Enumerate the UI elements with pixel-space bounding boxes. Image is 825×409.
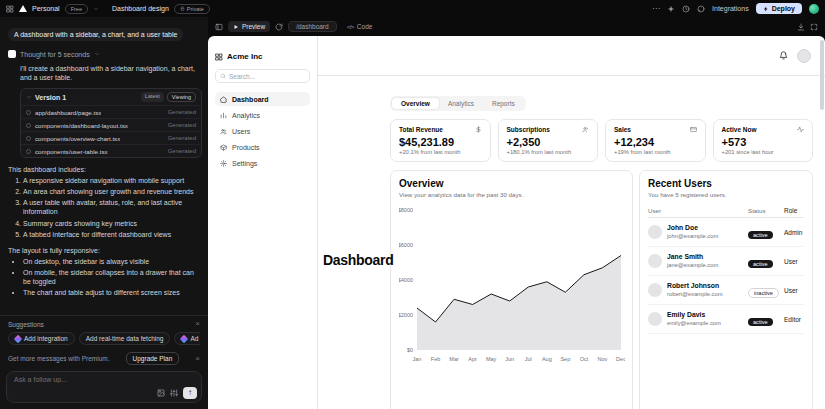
app-avatar[interactable] [797, 49, 811, 63]
file-name: components/overview-chart.tsx [35, 135, 120, 142]
svg-text:$4000: $4000 [399, 277, 413, 283]
sparkles-icon[interactable] [667, 5, 675, 13]
dollar-icon [475, 126, 482, 133]
github-icon[interactable] [697, 5, 705, 13]
tab-analytics[interactable]: Analytics [439, 98, 483, 109]
user-role: User [784, 287, 804, 294]
tab-preview[interactable]: Preview [228, 21, 270, 32]
sidebar-item-users[interactable]: Users [215, 124, 310, 138]
user-avatar[interactable] [809, 4, 819, 14]
assistant-intro: I'll create a dashboard with a sidebar n… [20, 64, 200, 82]
chevron-down-icon[interactable] [26, 94, 32, 100]
svg-text:Dec: Dec [616, 356, 625, 362]
history-icon[interactable] [682, 5, 690, 13]
activity-icon [797, 126, 804, 133]
user-role: User [784, 258, 804, 265]
svg-text:Jul: Jul [525, 356, 532, 362]
code-icon: </> [347, 24, 354, 30]
brand-name: Acme Inc [227, 52, 263, 61]
sidebar-item-settings[interactable]: Settings [215, 156, 310, 170]
workspace-name[interactable]: Personal [32, 5, 60, 12]
code-tab-label: Code [357, 23, 373, 30]
user-message: A dashboard with a sidebar, a chart, and… [8, 28, 183, 41]
svg-text:May: May [486, 356, 497, 362]
metric-value: +12,234 [614, 136, 697, 148]
send-button[interactable]: ↑ [183, 387, 197, 399]
app-sidebar: Acme Inc Dashboard Analytics [208, 36, 318, 409]
app-header [318, 36, 825, 76]
scrollbar-thumb[interactable] [820, 40, 824, 110]
thought-row[interactable]: Thought for 5 seconds [8, 50, 200, 58]
file-row[interactable]: components/overview-chart.tsx Generated [21, 131, 201, 144]
table-row: Emily Davis emily@example.com active Edi… [648, 305, 804, 334]
credit-card-icon [690, 126, 697, 133]
image-icon[interactable] [157, 389, 165, 397]
responsive-list: On desktop, the sidebar is always visibl… [8, 257, 200, 297]
search-input[interactable] [229, 73, 299, 80]
tab-code[interactable]: </> Code [342, 21, 378, 32]
suggestion-button[interactable]: Ad [174, 332, 200, 345]
svg-text:Aug: Aug [542, 356, 552, 362]
upgrade-plan-button[interactable]: Upgrade Plan [126, 352, 180, 365]
avatar [648, 225, 662, 239]
suggestion-label: Ad [190, 335, 198, 342]
sliders-icon[interactable] [170, 389, 178, 397]
sidebar-item-dashboard[interactable]: Dashboard [215, 92, 310, 106]
tab-overview[interactable]: Overview [392, 98, 439, 109]
list-item: An area chart showing user growth and re… [23, 187, 200, 196]
metric-delta: +201 since last hour [722, 149, 805, 155]
close-icon[interactable]: × [195, 320, 200, 328]
sidebar-item-products[interactable]: Products [215, 140, 310, 154]
column-header: Role [784, 207, 804, 214]
list-item: On desktop, the sidebar is always visibl… [23, 257, 200, 266]
suggestion-label: Add real-time data fetching [86, 335, 164, 342]
download-icon[interactable] [797, 23, 805, 31]
file-row[interactable]: components/dashboard-layout.tsx Generate… [21, 118, 201, 131]
suggestions-section: Suggestions × Add integration Add real-t… [0, 315, 208, 348]
more-options-icon[interactable]: ⋯ [652, 4, 660, 13]
url-bar[interactable]: /dashboard [288, 21, 337, 32]
version-header[interactable]: Version 1 Latest Viewing [21, 89, 201, 105]
fullscreen-icon[interactable] [810, 23, 818, 31]
suggestion-button[interactable]: Add real-time data fetching [79, 332, 171, 345]
user-name: Robert Johnson [667, 282, 723, 290]
file-row[interactable]: app/dashboard/page.tsx Generated [21, 105, 201, 118]
metric-delta: +20.1% from last month [399, 149, 482, 155]
grid-logo-icon[interactable] [6, 5, 14, 13]
preview-toolbar: Preview /dashboard </> Code [208, 17, 825, 36]
panel-toggle-icon[interactable] [215, 23, 223, 31]
integrations-link[interactable]: Integrations [712, 5, 749, 12]
sidebar-item-label: Settings [232, 160, 257, 167]
bell-icon[interactable] [779, 51, 788, 60]
file-name: components/dashboard-layout.tsx [35, 122, 128, 129]
list-item: Summary cards showing key metrics [23, 219, 200, 228]
home-icon [220, 96, 227, 103]
suggestions-row: Add integration Add real-time data fetch… [8, 332, 200, 345]
sidebar-item-analytics[interactable]: Analytics [215, 108, 310, 122]
svg-text:Sep: Sep [560, 356, 570, 362]
version-label: Version 1 [35, 94, 66, 101]
file-row[interactable]: components/user-table.tsx Generated [21, 144, 201, 157]
card-title: Overview [399, 178, 624, 189]
app-search[interactable] [215, 69, 310, 83]
chevron-down-icon[interactable] [94, 51, 100, 57]
suggestion-button[interactable]: Add integration [8, 332, 75, 345]
deploy-button[interactable]: Deploy [756, 3, 802, 14]
close-icon[interactable]: × [195, 355, 200, 363]
deploy-label: Deploy [772, 5, 795, 12]
status-badge: active [748, 318, 773, 326]
sidebar-item-label: Dashboard [232, 96, 269, 103]
avatar [648, 254, 662, 268]
column-header: Status [748, 207, 784, 214]
refresh-icon[interactable] [275, 23, 283, 31]
view-tabs: Overview Analytics Reports [390, 96, 526, 111]
tab-reports[interactable]: Reports [483, 98, 524, 109]
bar-chart-icon [220, 112, 227, 119]
user-email: john@example.com [667, 233, 718, 240]
package-icon [220, 144, 227, 151]
assistant-logo-icon [8, 50, 16, 58]
gear-icon [220, 160, 227, 167]
followup-input[interactable] [14, 376, 194, 383]
dashboard-sections: Overview View your analytics data for th… [390, 170, 813, 409]
chevron-down-icon[interactable] [93, 6, 99, 12]
